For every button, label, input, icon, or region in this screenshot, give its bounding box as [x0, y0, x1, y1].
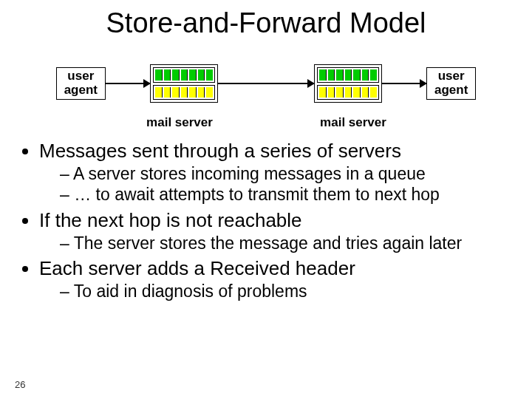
- bullet-1-sub-2: … to await attempts to transmit them to …: [60, 184, 514, 205]
- mail-server-1: [150, 64, 218, 103]
- user-agent-left: user agent: [56, 67, 106, 99]
- bullet-text: If the next hop is not reachable: [39, 209, 302, 231]
- diagram-labels: mail server mail server: [30, 115, 502, 130]
- server-queue-row: [317, 67, 379, 83]
- bullet-3: Each server adds a Received header To ai…: [39, 256, 514, 301]
- bullet-text: Messages sent through a series of server…: [39, 140, 401, 162]
- mail-server-1-label: mail server: [139, 115, 220, 130]
- page-number: 26: [15, 379, 25, 390]
- mail-server-2: [314, 64, 382, 103]
- bullet-1: Messages sent through a series of server…: [39, 139, 514, 205]
- bullet-2: If the next hop is not reachable The ser…: [39, 208, 514, 253]
- bullet-text: Each server adds a Received header: [39, 257, 355, 279]
- user-agent-right: user agent: [426, 67, 476, 99]
- server-queue-row: [317, 85, 379, 100]
- server-queue-row: [153, 85, 215, 100]
- bullet-1-sub-1: A server stores incoming messages in a q…: [60, 163, 514, 185]
- slide-title: Store-and-Forward Model: [0, 7, 532, 39]
- arrow-icon: [382, 83, 426, 84]
- arrow-icon: [218, 83, 314, 84]
- arrow-icon: [106, 83, 150, 84]
- bullet-2-sub-1: The server stores the message and tries …: [60, 233, 514, 254]
- diagram: user agent user agent: [30, 58, 502, 109]
- bullet-3-sub-1: To aid in diagnosis of problems: [60, 281, 514, 302]
- bullet-list: Messages sent through a series of server…: [18, 139, 514, 302]
- server-queue-row: [153, 67, 215, 83]
- mail-server-2-label: mail server: [313, 115, 394, 130]
